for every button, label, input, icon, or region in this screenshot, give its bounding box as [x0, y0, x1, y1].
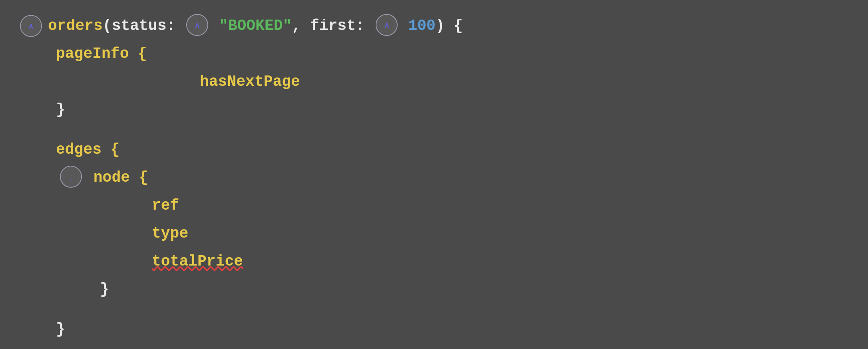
code-line-2: pageInfo { [16, 40, 852, 68]
token-totalprice: totalPrice [16, 248, 243, 276]
token-close-orders: } [16, 343, 25, 349]
code-line-node: ⌟ node { [16, 164, 852, 192]
code-line-ref: ref [16, 192, 852, 220]
code-editor: ∧ orders(status: ∧ "BOOKED", first: ∧ 10… [0, 0, 868, 349]
code-line-close-orders: } [16, 343, 852, 349]
code-line-type: type [16, 220, 852, 248]
token-edges: edges { [56, 141, 120, 158]
collapse-status-button[interactable]: ∧ [186, 14, 208, 36]
token-close-edges: } [56, 321, 65, 338]
line1-content: orders(status: ∧ "BOOKED", first: ∧ 100)… [16, 12, 463, 40]
token-ref: ref [16, 192, 179, 220]
code-line-empty2 [16, 303, 852, 315]
code-line-totalprice: totalPrice [16, 248, 852, 276]
code-line-empty1 [16, 124, 852, 136]
token-orders: orders [48, 17, 103, 34]
chevron-up-icon-status: ∧ [194, 21, 200, 29]
corner-icon: ⌟ [69, 172, 73, 182]
token-pageinfo: pageInfo { [56, 45, 147, 62]
collapse-orders-button[interactable]: ∧ [20, 15, 42, 37]
collapse-first-button[interactable]: ∧ [376, 14, 398, 36]
code-line-4: } [16, 96, 852, 124]
collapse-node-button[interactable]: ⌟ [60, 166, 82, 188]
code-line-close-node: } [16, 276, 852, 303]
code-line-1: ∧ orders(status: ∧ "BOOKED", first: ∧ 10… [16, 12, 852, 40]
token-type: type [16, 220, 188, 248]
token-close-pageinfo: } [56, 101, 65, 118]
token-node: node { [94, 169, 148, 186]
code-line-close-edges: } [16, 315, 852, 343]
chevron-up-icon: ∧ [28, 22, 34, 30]
code-line-edges: edges { [16, 136, 852, 164]
token-close-node: } [16, 276, 109, 303]
chevron-up-icon-first: ∧ [384, 21, 390, 29]
token-booked: "BOOKED" [219, 17, 292, 34]
token-100: 100 [408, 17, 435, 34]
token-hasnextpage: hasNextPage [96, 73, 300, 90]
code-line-3: hasNextPage [16, 68, 852, 96]
